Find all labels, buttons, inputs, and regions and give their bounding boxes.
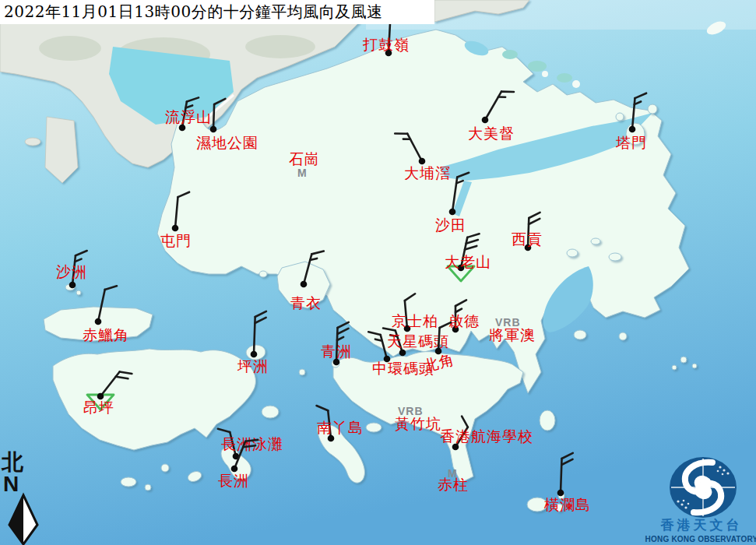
station-dot (482, 117, 489, 124)
hko-logo-icon (670, 457, 737, 518)
station-label: 打鼓嶺 (362, 36, 410, 53)
station-label: 大老山 (445, 253, 491, 270)
station-label: 香港航海學校 (440, 427, 533, 445)
hko-logo-chinese-name: 香港天文台 (643, 516, 756, 534)
station-dot (301, 281, 308, 288)
station-label: 沙洲 (56, 263, 87, 280)
station-dot (210, 126, 217, 133)
station-label: 西貢 (512, 230, 543, 248)
station-dot (399, 350, 406, 357)
hong-kong-wind-map: 打鼓嶺流浮山濕地公園石崗M大美督塔門大埔滘沙田西貢大老山屯門沙洲赤鱲角青衣京士柏… (0, 0, 756, 545)
station-label: 南丫島 (317, 419, 364, 436)
station-label: 大美督 (468, 125, 515, 142)
station-dot (172, 225, 179, 232)
station-dot (419, 158, 426, 165)
station-dot (69, 282, 76, 289)
station-label: 石崗 (289, 150, 320, 167)
station-dot (557, 490, 564, 497)
station-label: 赤鱲角 (83, 326, 129, 343)
station-label: 濕地公園 (196, 134, 258, 151)
station-label: 京士柏 (392, 312, 438, 329)
station-label: 啟德 (448, 312, 480, 329)
station-label: 坪洲 (237, 357, 269, 374)
station-dot (95, 318, 102, 325)
north-indicator: 北 N (2, 452, 23, 495)
station-label: 屯門 (160, 232, 192, 249)
hko-logo-caption: 香港天文台 HONG KONG OBSERVATORY (643, 516, 756, 543)
hko-logo-english-name: HONG KONG OBSERVATORY (643, 535, 756, 543)
station-dot (629, 126, 636, 133)
map-title: 2022年11月01日13時00分的十分鐘平均風向及風速 (0, 0, 434, 24)
north-hanzi-label: 北 (2, 452, 23, 473)
station-label: 將軍澳 (489, 326, 536, 343)
station-label: 塔門 (615, 134, 647, 151)
station-label: 長洲泳灘 (221, 435, 283, 452)
station-note-m: M (297, 167, 308, 179)
station-label: 昂坪 (83, 399, 114, 416)
station-label: 橫瀾島 (543, 496, 591, 513)
station-note-vrb: VRB (398, 405, 424, 417)
station-label: 青衣 (290, 294, 322, 311)
station-label: 青洲 (321, 343, 352, 360)
station-dot (449, 209, 456, 216)
station-note-m: M (448, 467, 458, 480)
north-letter-label: N (3, 473, 23, 495)
station-label: 長洲 (218, 472, 249, 489)
station-label: 沙田 (435, 216, 466, 234)
station-label: 黃竹坑 (395, 415, 441, 432)
station-dot (231, 466, 238, 473)
station-label: 流浮山 (165, 108, 212, 125)
station-note-vrb: VRB (495, 316, 521, 329)
wind-map-screenshot: 打鼓嶺流浮山濕地公園石崗M大美督塔門大埔滘沙田西貢大老山屯門沙洲赤鱲角青衣京士柏… (0, 0, 756, 545)
station-dot (251, 351, 258, 358)
station-label: 大埔滘 (404, 164, 451, 181)
